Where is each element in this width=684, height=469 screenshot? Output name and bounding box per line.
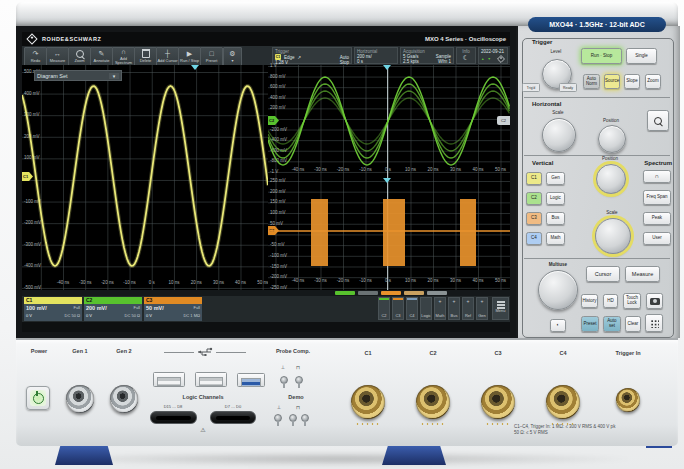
preset-label: Preset — [206, 59, 218, 63]
probe-contact-dots — [420, 422, 446, 426]
run-stop-label: Run / Stop — [180, 59, 199, 63]
slope-button[interactable]: Slope — [624, 74, 640, 89]
record-length: 2.5 kpts — [403, 59, 419, 64]
channel-color-strip — [379, 298, 389, 300]
preset-button[interactable]: Preset — [581, 316, 599, 332]
signal-button-c3[interactable]: C3 — [392, 297, 404, 320]
demo-label: Demo — [278, 394, 314, 400]
channel-badge-c3[interactable]: C350 mV/Full0 VDC 1 MΩ — [144, 297, 202, 321]
menu-label: Menu — [495, 308, 505, 313]
signal-button-c2[interactable]: C2 — [378, 297, 390, 320]
usb3-port — [237, 373, 265, 387]
vertical-scale-knob[interactable] — [595, 218, 631, 254]
measure-button[interactable]: ↔Measure — [46, 47, 69, 66]
horizontal-status-box[interactable]: Horizontal 200 ns/ 0 s — [354, 47, 398, 64]
rs-logo-icon — [26, 33, 37, 44]
zoom-button[interactable]: Zoom — [645, 74, 661, 89]
run-stop-icon: ▶ — [187, 50, 192, 58]
channel-badge-c2[interactable]: C2200 mV/Full0 VDC 50 Ω — [84, 297, 142, 321]
toolbar: ↷Redo↔MeasureZoom✎Annotate∩Add SpectrumD… — [22, 46, 510, 66]
add-cursor-button[interactable]: ┼Add Cursor — [156, 47, 179, 66]
channel-button-c1[interactable]: C1 — [526, 172, 542, 185]
signal-button-c4[interactable]: C4 — [406, 297, 418, 320]
preset-icon: □ — [209, 50, 213, 58]
badge-body: 200 mV/Full0 VDC 50 Ω — [84, 304, 142, 321]
device-foot-left — [55, 444, 113, 465]
probe-contact-dots — [550, 422, 576, 426]
vertical-position-knob[interactable] — [596, 164, 626, 194]
run-stop-button[interactable]: Run · Stop — [581, 48, 622, 64]
multiuse-knob[interactable] — [538, 270, 578, 310]
spectrum-button[interactable]: ∩ — [643, 170, 671, 183]
redo-button[interactable]: ↷Redo — [24, 47, 47, 66]
chevron-down-icon[interactable]: ▾ — [109, 73, 119, 79]
menu-button[interactable]: Menu — [492, 297, 509, 320]
trigger-status-box[interactable]: Trigger C1 Edge ↗ Auto 1.28 V Stop — [272, 47, 352, 64]
gen2-bnc-connector — [110, 385, 138, 413]
zoom-icon — [76, 50, 84, 58]
intensity-button[interactable]: ◐ — [550, 319, 566, 332]
settings-gear-button[interactable]: ⚙ ▾ — [223, 47, 242, 66]
bus-button[interactable]: Bus — [546, 212, 565, 225]
channel-badge-c1[interactable]: C1100 mV/Full0 VDC 50 Ω — [24, 297, 82, 321]
badge-offset: 0 V — [86, 313, 116, 320]
datetime-box[interactable]: 2022-09-21 ▲ ▼ — [478, 47, 508, 64]
diagram-set-tab[interactable]: Diagram Set ▾ — [34, 70, 122, 81]
acquisition-status-box[interactable]: Acquisition 5 Gsa/s Sample 2.5 kpts Wfm … — [400, 47, 454, 64]
input-label-c2: C2 — [421, 350, 445, 356]
clear-button[interactable]: Clear — [625, 316, 641, 332]
diagram-c3[interactable]: C3 250 mV200 mV150 mV100 mV50 mV-50 mV-1… — [268, 178, 510, 290]
zoom-button[interactable]: Zoom — [68, 47, 91, 66]
signal-button-bus[interactable]: +Bus — [448, 297, 460, 320]
touch-lock-button[interactable]: Touch Lock — [623, 293, 641, 309]
hd-button[interactable]: HD — [603, 294, 618, 308]
signal-button-ref[interactable]: +Ref — [462, 297, 474, 320]
math-button[interactable]: Math — [546, 232, 565, 245]
delete-button[interactable]: Delete — [134, 47, 157, 66]
run-stop-button[interactable]: ▶Run / Stop — [178, 47, 201, 66]
info-box[interactable]: Info ☾ — [456, 47, 476, 64]
measure-button[interactable]: Measure — [625, 266, 660, 282]
horizontal-position-knob[interactable] — [598, 125, 626, 153]
horizontal-scale-knob[interactable] — [542, 118, 576, 152]
auto-norm-button[interactable]: Auto Norm — [583, 74, 600, 89]
freq-span-button[interactable]: Freq Span — [643, 190, 671, 205]
screenshot-button[interactable] — [646, 293, 663, 309]
logic-button[interactable]: Logic — [546, 192, 565, 205]
source-button[interactable]: Source — [604, 74, 620, 89]
user-button[interactable]: User — [643, 232, 671, 245]
history-button[interactable]: History — [581, 294, 598, 308]
diagram-c1[interactable]: C1 500 mV400 mV300 mV200 mV100 mV-100 mV… — [22, 65, 269, 290]
preset-button[interactable]: □Preset — [200, 47, 223, 66]
gen-button[interactable]: Gen — [546, 172, 565, 185]
diagram-c2[interactable]: C2 C2 1 V800 mV600 mV400 mV200 mV-200 mV… — [268, 65, 510, 179]
signal-button-gen[interactable]: +Gen — [476, 297, 488, 320]
annotate-button[interactable]: ✎Annotate — [90, 47, 113, 66]
gear-dropdown-arrow: ▾ — [231, 59, 233, 63]
power-button[interactable] — [26, 386, 50, 410]
measure-label: Measure — [50, 59, 66, 63]
demo-pin — [289, 414, 297, 422]
channel-button-c4[interactable]: C4 — [526, 232, 542, 245]
rs-logo-icon-small — [497, 55, 505, 63]
c2-waveform — [268, 65, 510, 178]
channel-color-strip — [393, 298, 403, 300]
probe-comp-ground-pin — [280, 376, 288, 384]
signal-button-logic[interactable]: Logic — [420, 297, 432, 320]
peak-button[interactable]: Peak — [643, 212, 671, 225]
add-spectrum-button[interactable]: ∩Add Spectrum — [112, 47, 135, 66]
channel-button-c2[interactable]: C2 — [526, 192, 542, 205]
horizontal-zoom-button[interactable] — [647, 110, 669, 131]
level-knob-label: Level — [538, 49, 574, 54]
autoset-button[interactable]: Auto set — [603, 316, 621, 332]
keypad-button[interactable] — [645, 314, 663, 332]
probe-contact-dots — [485, 422, 511, 426]
touchscreen[interactable]: ROHDE&SCHWARZ MXO 4 Series · Oscilloscop… — [22, 32, 510, 332]
vertical-section-label: Vertical — [532, 160, 553, 166]
signal-button-math[interactable]: +Math — [434, 297, 446, 320]
channel-button-c3[interactable]: C3 — [526, 212, 542, 225]
logic-pod-b-label: D7 … D0 — [210, 404, 256, 409]
single-button[interactable]: Single — [626, 48, 657, 64]
cursor-button[interactable]: Cursor — [586, 266, 620, 282]
gen2-label: Gen 2 — [108, 348, 140, 354]
